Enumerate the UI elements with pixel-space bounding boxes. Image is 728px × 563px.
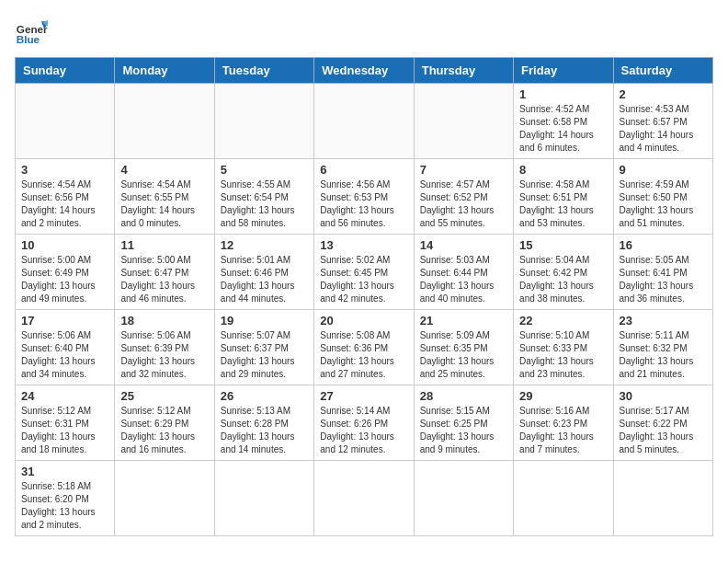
weekday-header-wednesday: Wednesday <box>314 58 414 84</box>
calendar-cell <box>613 461 712 536</box>
calendar-table: SundayMondayTuesdayWednesdayThursdayFrid… <box>15 57 713 536</box>
day-number: 18 <box>120 314 208 327</box>
day-info: Sunrise: 5:12 AM Sunset: 6:29 PM Dayligh… <box>120 405 208 456</box>
calendar-cell: 13Sunrise: 5:02 AM Sunset: 6:45 PM Dayli… <box>314 235 414 310</box>
day-info: Sunrise: 5:12 AM Sunset: 6:31 PM Dayligh… <box>21 405 108 456</box>
day-number: 28 <box>420 389 507 403</box>
calendar-cell: 22Sunrise: 5:10 AM Sunset: 6:33 PM Dayli… <box>514 310 613 385</box>
day-info: Sunrise: 5:13 AM Sunset: 6:28 PM Dayligh… <box>221 405 308 456</box>
calendar-cell <box>314 84 414 159</box>
calendar-cell: 30Sunrise: 5:17 AM Sunset: 6:22 PM Dayli… <box>613 385 712 461</box>
day-info: Sunrise: 5:08 AM Sunset: 6:36 PM Dayligh… <box>320 329 407 381</box>
day-number: 19 <box>221 314 308 327</box>
day-number: 8 <box>519 163 607 177</box>
calendar-cell: 9Sunrise: 4:59 AM Sunset: 6:50 PM Daylig… <box>613 159 712 235</box>
calendar-cell: 5Sunrise: 4:55 AM Sunset: 6:54 PM Daylig… <box>214 159 313 235</box>
day-info: Sunrise: 5:02 AM Sunset: 6:45 PM Dayligh… <box>320 254 407 305</box>
calendar-cell: 18Sunrise: 5:06 AM Sunset: 6:39 PM Dayli… <box>115 310 214 385</box>
calendar-week-row: 3Sunrise: 4:54 AM Sunset: 6:56 PM Daylig… <box>16 159 713 235</box>
day-number: 16 <box>620 238 707 252</box>
calendar-cell <box>115 461 214 536</box>
day-info: Sunrise: 4:59 AM Sunset: 6:50 PM Dayligh… <box>620 178 707 230</box>
calendar-cell: 7Sunrise: 4:57 AM Sunset: 6:52 PM Daylig… <box>414 159 513 235</box>
calendar-cell: 2Sunrise: 4:53 AM Sunset: 6:57 PM Daylig… <box>613 84 712 159</box>
weekday-header-thursday: Thursday <box>414 58 513 84</box>
calendar-cell: 10Sunrise: 5:00 AM Sunset: 6:49 PM Dayli… <box>16 235 115 310</box>
calendar-cell: 4Sunrise: 4:54 AM Sunset: 6:55 PM Daylig… <box>115 159 214 235</box>
day-info: Sunrise: 4:52 AM Sunset: 6:58 PM Dayligh… <box>519 103 607 155</box>
day-info: Sunrise: 4:58 AM Sunset: 6:51 PM Dayligh… <box>519 178 607 230</box>
calendar-cell: 31Sunrise: 5:18 AM Sunset: 6:20 PM Dayli… <box>16 461 115 536</box>
day-info: Sunrise: 4:55 AM Sunset: 6:54 PM Dayligh… <box>221 178 308 230</box>
calendar-cell <box>214 84 313 159</box>
day-info: Sunrise: 5:10 AM Sunset: 6:33 PM Dayligh… <box>519 329 607 381</box>
calendar-cell <box>414 461 513 536</box>
page-header: General Blue <box>15 15 713 48</box>
day-info: Sunrise: 5:17 AM Sunset: 6:22 PM Dayligh… <box>620 405 707 456</box>
weekday-header-monday: Monday <box>115 58 214 84</box>
calendar-cell <box>214 461 313 536</box>
day-number: 31 <box>21 465 108 478</box>
day-info: Sunrise: 5:03 AM Sunset: 6:44 PM Dayligh… <box>420 254 507 305</box>
day-number: 7 <box>420 163 507 177</box>
calendar-cell: 8Sunrise: 4:58 AM Sunset: 6:51 PM Daylig… <box>514 159 613 235</box>
weekday-header-row: SundayMondayTuesdayWednesdayThursdayFrid… <box>16 58 713 84</box>
calendar-cell: 29Sunrise: 5:16 AM Sunset: 6:23 PM Dayli… <box>514 385 613 461</box>
day-info: Sunrise: 5:07 AM Sunset: 6:37 PM Dayligh… <box>221 329 308 381</box>
calendar-cell: 16Sunrise: 5:05 AM Sunset: 6:41 PM Dayli… <box>613 235 712 310</box>
calendar-cell: 1Sunrise: 4:52 AM Sunset: 6:58 PM Daylig… <box>514 84 613 159</box>
day-number: 23 <box>620 314 707 327</box>
day-number: 4 <box>120 163 208 177</box>
day-info: Sunrise: 5:01 AM Sunset: 6:46 PM Dayligh… <box>221 254 308 305</box>
calendar-cell: 21Sunrise: 5:09 AM Sunset: 6:35 PM Dayli… <box>414 310 513 385</box>
calendar-cell <box>16 84 115 159</box>
day-number: 1 <box>519 87 607 101</box>
weekday-header-friday: Friday <box>514 58 613 84</box>
day-number: 25 <box>120 389 208 403</box>
day-info: Sunrise: 5:16 AM Sunset: 6:23 PM Dayligh… <box>519 405 607 456</box>
day-number: 3 <box>21 163 108 177</box>
day-info: Sunrise: 4:53 AM Sunset: 6:57 PM Dayligh… <box>620 103 707 155</box>
day-number: 14 <box>420 238 507 252</box>
logo-icon: General Blue <box>15 15 48 48</box>
weekday-header-tuesday: Tuesday <box>214 58 313 84</box>
day-number: 2 <box>620 87 707 101</box>
day-info: Sunrise: 5:11 AM Sunset: 6:32 PM Dayligh… <box>620 329 707 381</box>
day-number: 22 <box>519 314 607 327</box>
day-info: Sunrise: 5:06 AM Sunset: 6:39 PM Dayligh… <box>120 329 208 381</box>
svg-text:Blue: Blue <box>17 33 40 45</box>
day-number: 29 <box>519 389 607 403</box>
calendar-cell <box>414 84 513 159</box>
calendar-cell: 14Sunrise: 5:03 AM Sunset: 6:44 PM Dayli… <box>414 235 513 310</box>
calendar-week-row: 1Sunrise: 4:52 AM Sunset: 6:58 PM Daylig… <box>16 84 713 159</box>
day-info: Sunrise: 4:56 AM Sunset: 6:53 PM Dayligh… <box>320 178 407 230</box>
day-number: 27 <box>320 389 407 403</box>
calendar-cell: 12Sunrise: 5:01 AM Sunset: 6:46 PM Dayli… <box>214 235 313 310</box>
calendar-cell: 17Sunrise: 5:06 AM Sunset: 6:40 PM Dayli… <box>16 310 115 385</box>
calendar-cell: 27Sunrise: 5:14 AM Sunset: 6:26 PM Dayli… <box>314 385 414 461</box>
calendar-cell: 11Sunrise: 5:00 AM Sunset: 6:47 PM Dayli… <box>115 235 214 310</box>
day-number: 13 <box>320 238 407 252</box>
day-number: 24 <box>21 389 108 403</box>
day-number: 9 <box>620 163 707 177</box>
calendar-week-row: 24Sunrise: 5:12 AM Sunset: 6:31 PM Dayli… <box>16 385 713 461</box>
day-info: Sunrise: 4:54 AM Sunset: 6:55 PM Dayligh… <box>120 178 208 230</box>
day-number: 5 <box>221 163 308 177</box>
day-number: 6 <box>320 163 407 177</box>
calendar-cell: 28Sunrise: 5:15 AM Sunset: 6:25 PM Dayli… <box>414 385 513 461</box>
day-info: Sunrise: 4:57 AM Sunset: 6:52 PM Dayligh… <box>420 178 507 230</box>
day-info: Sunrise: 4:54 AM Sunset: 6:56 PM Dayligh… <box>21 178 108 230</box>
day-number: 15 <box>519 238 607 252</box>
calendar-cell: 19Sunrise: 5:07 AM Sunset: 6:37 PM Dayli… <box>214 310 313 385</box>
day-info: Sunrise: 5:00 AM Sunset: 6:47 PM Dayligh… <box>120 254 208 305</box>
calendar-cell: 25Sunrise: 5:12 AM Sunset: 6:29 PM Dayli… <box>115 385 214 461</box>
calendar-cell: 20Sunrise: 5:08 AM Sunset: 6:36 PM Dayli… <box>314 310 414 385</box>
day-number: 17 <box>21 314 108 327</box>
calendar-week-row: 10Sunrise: 5:00 AM Sunset: 6:49 PM Dayli… <box>16 235 713 310</box>
day-number: 20 <box>320 314 407 327</box>
day-number: 12 <box>221 238 308 252</box>
day-number: 21 <box>420 314 507 327</box>
day-info: Sunrise: 5:14 AM Sunset: 6:26 PM Dayligh… <box>320 405 407 456</box>
calendar-cell <box>514 461 613 536</box>
calendar-cell: 15Sunrise: 5:04 AM Sunset: 6:42 PM Dayli… <box>514 235 613 310</box>
